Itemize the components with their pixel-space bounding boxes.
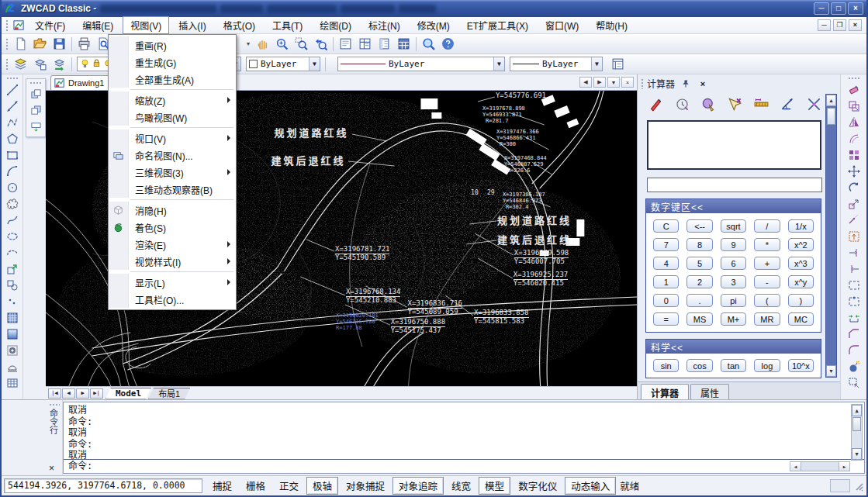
menu-item-渲染(E)[interactable]: 渲染(E) [109,236,236,253]
copy-icon[interactable] [845,98,863,114]
numpad-header[interactable]: 数字键区<< [646,199,821,213]
toolbar-overflow-icon[interactable]: ▾ [244,36,253,53]
panel-grip[interactable] [49,403,60,406]
hatch-icon[interactable] [3,309,22,326]
calc-key-x^2[interactable]: x^2 [788,238,814,251]
calc-key-8[interactable]: 8 [686,238,712,251]
circle-icon[interactable] [3,179,22,195]
calc-key-2[interactable]: 2 [686,275,712,288]
menu-item-着色(S)[interactable]: 着色(S) [109,219,236,236]
calc-key-MS[interactable]: MS [686,312,712,326]
calc-key-=[interactable]: = [653,312,679,326]
status-toggle-捕捉[interactable]: 捕捉 [206,477,238,495]
layer-manager-icon[interactable] [11,56,30,73]
polyline-icon[interactable] [3,114,22,130]
menu-插入(I)[interactable]: 插入(I) [171,16,213,34]
menubar-grip[interactable] [5,19,9,32]
designcenter-icon[interactable] [355,36,375,53]
explode-icon[interactable] [845,358,863,374]
draworder-under-icon[interactable] [26,119,45,135]
next-drawing-icon[interactable]: ▶ [593,77,606,88]
calc-key-/[interactable]: / [754,219,780,233]
menu-编辑(E)[interactable]: 编辑(E) [74,16,121,34]
join-icon[interactable] [845,309,863,326]
line-icon[interactable] [3,81,22,98]
calc-key-10^x[interactable]: 10^x [788,359,814,372]
menu-格式(O)[interactable]: 格式(O) [216,16,263,34]
menu-帮助(H)[interactable]: 帮助(H) [588,16,635,34]
child-close-button[interactable]: × [849,19,862,31]
close-icon[interactable]: × [49,464,54,473]
menu-文件(F)[interactable]: 文件(F) [27,16,73,34]
rotate-icon[interactable] [845,179,863,195]
offset-icon[interactable] [845,130,863,147]
calc-key-)[interactable]: ) [788,294,814,307]
calc-key-x^3[interactable]: x^3 [788,257,814,270]
quickcalc-icon[interactable] [394,36,413,53]
intersection-icon[interactable] [804,95,824,114]
tab-layout1[interactable]: 布局1 [148,388,190,399]
trim-icon[interactable] [845,244,863,261]
table-icon[interactable] [3,374,22,391]
open-icon[interactable] [30,36,50,53]
calc-key-C[interactable]: C [653,219,679,233]
calc-key-sqrt[interactable]: sqrt [721,219,746,233]
pan-icon[interactable] [253,36,272,53]
calc-key-x^y[interactable]: x^y [788,275,814,288]
properties-icon[interactable] [336,36,355,53]
menu-绘图(D)[interactable]: 绘图(D) [312,16,359,34]
menu-item-视口(V)[interactable]: 视口(V) [109,129,236,147]
calc-key-cos[interactable]: cos [686,359,712,372]
pin-icon[interactable] [680,78,692,89]
menu-item-三维动态观察器(B)[interactable]: 三维动态观察器(B) [109,181,236,198]
break-at-point-icon[interactable] [845,293,863,309]
scrollbar-thumb[interactable] [827,108,835,125]
toolbar-grip[interactable] [5,38,9,50]
menu-item-命名视图(N)...[interactable]: 命名视图(N)... [109,147,236,164]
draworder-front-icon[interactable] [26,86,45,102]
zoom-previous-icon[interactable] [311,36,330,53]
prev-tab-icon[interactable]: ◀ [62,388,75,399]
menu-工具(T)[interactable]: 工具(T) [265,16,310,34]
donut-icon[interactable] [3,342,22,358]
tab-properties[interactable]: 属性 [690,384,729,399]
toolbar-grip[interactable] [6,77,19,80]
break-icon[interactable] [845,277,863,293]
menu-item-缩放(Z)[interactable]: 缩放(Z) [109,91,236,109]
lengthen-icon[interactable] [845,212,863,228]
menu-标注(N)[interactable]: 标注(N) [361,16,408,34]
calc-key-1[interactable]: 1 [653,275,679,288]
close-drawing-icon[interactable]: × [621,77,634,88]
array-icon[interactable] [845,147,863,163]
command-vscrollbar[interactable]: ▲ ▼ [851,404,863,461]
calc-key-+[interactable]: + [754,257,780,270]
calc-key-M+[interactable]: M+ [721,312,746,326]
spline-icon[interactable] [3,212,22,228]
status-toggle-对象捕捉[interactable]: 对象捕捉 [340,477,391,495]
ellipse-arc-icon[interactable] [3,244,22,261]
calc-key-MC[interactable]: MC [788,312,814,326]
menu-修改(M)[interactable]: 修改(M) [410,16,458,34]
tab-calculator[interactable]: 计算器 [641,384,689,399]
chevron-down-icon[interactable]: ▼ [591,57,602,71]
clear-history-icon[interactable] [672,95,692,114]
erase-icon[interactable] [845,81,863,98]
calculator-input[interactable] [647,178,822,192]
close-button[interactable]: × [848,2,863,15]
status-toggle-正交[interactable]: 正交 [273,477,305,495]
make-block-icon[interactable] [3,277,22,293]
lineweight-combo[interactable]: ByLayer ▼ [510,57,603,71]
distance-icon[interactable] [751,95,771,114]
panel-grip[interactable] [641,78,644,89]
clear-icon[interactable] [645,95,666,114]
calc-key-sin[interactable]: sin [653,359,679,372]
scientific-header[interactable]: 科学<< [646,340,821,354]
toolbar-grip[interactable] [5,58,9,71]
scroll-up-icon[interactable]: ▲ [852,405,862,416]
calc-key-1/x[interactable]: 1/x [788,219,814,233]
resize-grip[interactable] [853,481,864,492]
calc-key-0[interactable]: 0 [653,294,679,307]
minimize-button[interactable]: ─ [814,2,829,15]
document-tab[interactable]: Drawing1 [50,75,112,90]
command-prompt[interactable]: 命令: [68,461,92,472]
